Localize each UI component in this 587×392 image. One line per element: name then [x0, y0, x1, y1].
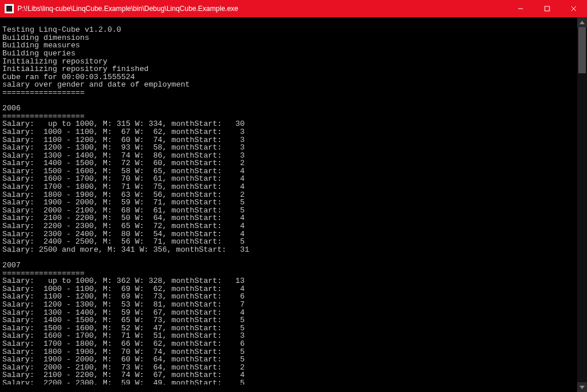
- minimize-icon: [518, 6, 523, 12]
- chevron-down-icon: [579, 386, 585, 389]
- svg-marker-5: [579, 386, 585, 389]
- window-title: P:\!Libs\linq-cube\LinqCube.Example\bin\…: [17, 5, 507, 13]
- console-window: P:\!Libs\linq-cube\LinqCube.Example\bin\…: [0, 0, 587, 392]
- chevron-up-icon: [579, 21, 585, 24]
- maximize-icon: [544, 6, 550, 12]
- client-area: Testing Linq-Cube v1.2.0.0 Building dime…: [0, 17, 587, 392]
- svg-rect-1: [545, 6, 549, 11]
- minimize-button[interactable]: [507, 0, 534, 17]
- close-button[interactable]: [560, 0, 587, 17]
- scroll-up-button[interactable]: [577, 17, 587, 27]
- scroll-track[interactable]: [577, 27, 587, 382]
- close-icon: [571, 6, 577, 12]
- vertical-scrollbar[interactable]: [577, 17, 587, 392]
- window-buttons: [507, 0, 587, 17]
- maximize-button[interactable]: [534, 0, 560, 17]
- titlebar[interactable]: P:\!Libs\linq-cube\LinqCube.Example\bin\…: [0, 0, 587, 17]
- app-icon: [5, 4, 14, 13]
- svg-marker-4: [579, 21, 585, 24]
- scroll-thumb[interactable]: [578, 27, 586, 73]
- scroll-down-button[interactable]: [577, 382, 587, 392]
- console-output[interactable]: Testing Linq-Cube v1.2.0.0 Building dime…: [0, 25, 577, 384]
